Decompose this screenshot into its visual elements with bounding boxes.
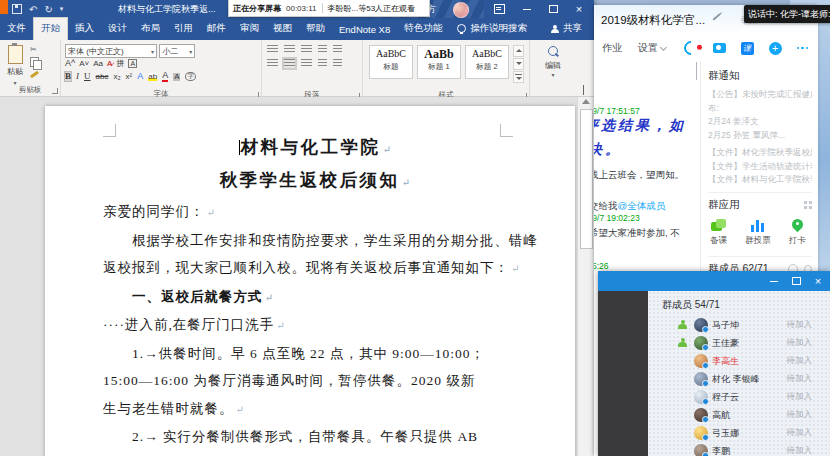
bullets-icon[interactable] xyxy=(267,45,278,54)
settings-button[interactable]: 设置 xyxy=(638,41,666,55)
close-button[interactable]: × xyxy=(808,271,828,291)
voice-call-icon[interactable] xyxy=(681,38,701,58)
notice-item[interactable]: 布: xyxy=(708,102,812,116)
shading-button[interactable]: A xyxy=(173,73,180,81)
member-row[interactable]: 材化 李银峰 待加入 xyxy=(648,370,830,388)
font-color-button[interactable]: A xyxy=(162,71,168,82)
undo-icon[interactable]: ↶ xyxy=(29,4,37,15)
video-call-icon[interactable] xyxy=(713,43,726,53)
app-group-vote[interactable]: 群投票 xyxy=(745,219,771,247)
edit-icon[interactable] xyxy=(712,13,720,20)
tab-design[interactable]: 设计 xyxy=(101,18,134,40)
notice-item[interactable]: 2月25 孙笠 覃凤萍... xyxy=(708,129,812,143)
restore-button[interactable] xyxy=(544,0,562,18)
strikethrough-button[interactable]: abc xyxy=(96,73,109,81)
course-icon[interactable]: 课 xyxy=(741,42,754,55)
style-card-title[interactable]: AaBbC 标题 xyxy=(369,45,413,79)
app-lesson-prep[interactable]: 备课 xyxy=(710,219,727,247)
collapse-ribbon-button[interactable] xyxy=(583,86,590,93)
screen-sharing-bar[interactable]: 正在分享屏幕 00:03:11 李盼盼...等53人正在观看 xyxy=(228,0,430,17)
styles-gallery-more-button[interactable] xyxy=(513,71,524,83)
borders-icon[interactable] xyxy=(333,59,342,68)
dialog-launcher-icon[interactable] xyxy=(52,88,58,94)
tab-insert[interactable]: 插入 xyxy=(68,18,101,40)
grow-font-button[interactable]: A^ xyxy=(65,59,75,68)
member-row[interactable]: 马子坤 待加入 xyxy=(648,316,830,334)
style-card-heading2[interactable]: AaBbC 标题 2 xyxy=(465,45,509,79)
member-row[interactable]: 弓玉娜 待加入 xyxy=(648,424,830,442)
member-row[interactable]: 王佳豪 待加入 xyxy=(648,334,830,352)
line-spacing-icon[interactable] xyxy=(318,59,327,68)
cut-icon[interactable]: ✂ xyxy=(30,46,39,54)
change-case-button[interactable]: Aa xyxy=(93,60,103,68)
minimize-button[interactable] xyxy=(764,271,784,291)
editing-label[interactable]: 编辑 xyxy=(545,60,561,71)
document-page[interactable]: 材料与化工学院 秋季学生返校后须知 亲爱的同学们： 根据学校工作安排和疫情防控要… xyxy=(45,106,575,456)
align-left-icon[interactable] xyxy=(267,59,278,68)
multilevel-list-icon[interactable] xyxy=(301,45,312,54)
scroll-up-arrow-icon[interactable] xyxy=(582,99,590,104)
copy-icon[interactable] xyxy=(30,57,39,67)
minimize-button[interactable] xyxy=(518,0,536,18)
tab-view[interactable]: 视图 xyxy=(266,18,299,40)
redo-icon[interactable]: ↻ xyxy=(44,4,52,15)
close-button[interactable]: × xyxy=(570,0,588,18)
align-center-icon[interactable] xyxy=(284,59,295,68)
numbering-icon[interactable] xyxy=(284,45,295,54)
underline-button[interactable]: U xyxy=(84,72,91,81)
notice-item[interactable]: 【公告】未按时完成汇报健康公 xyxy=(708,88,812,102)
font-name-combo[interactable]: 宋体 (中文正文)▾ xyxy=(65,44,157,58)
homework-button[interactable]: 作业 xyxy=(602,41,622,55)
format-painter-icon[interactable] xyxy=(30,71,39,79)
style-card-heading1[interactable]: AaBb 标题 1 xyxy=(417,45,461,79)
tab-home[interactable]: 开始 xyxy=(33,17,68,40)
scrollbar-thumb[interactable] xyxy=(580,109,593,249)
share-button[interactable]: 共享 xyxy=(539,18,594,40)
subscript-button[interactable]: x₂ xyxy=(113,73,120,81)
align-right-icon[interactable] xyxy=(301,59,312,68)
tab-endnote[interactable]: EndNote X8 xyxy=(332,20,397,40)
member-row[interactable]: 李鹏 待加入 xyxy=(648,442,830,456)
member-row[interactable]: 程子云 待加入 xyxy=(648,388,830,406)
tab-mailings[interactable]: 邮件 xyxy=(200,18,233,40)
tab-review[interactable]: 审阅 xyxy=(233,18,266,40)
character-border-button[interactable]: A xyxy=(128,59,137,68)
increase-indent-icon[interactable] xyxy=(333,45,342,54)
member-row[interactable]: 高航 待加入 xyxy=(648,406,830,424)
text-effects-button[interactable]: A xyxy=(137,72,143,81)
styles-scroll-down-button[interactable] xyxy=(513,58,524,70)
shrink-font-button[interactable]: A˅ xyxy=(79,60,89,68)
decrease-indent-icon[interactable] xyxy=(318,45,327,54)
qat-customize-icon[interactable]: ▾ xyxy=(60,5,64,13)
bold-button[interactable]: B xyxy=(65,72,71,81)
styles-scroll-up-button[interactable] xyxy=(513,45,524,57)
tab-layout[interactable]: 布局 xyxy=(134,18,167,40)
tab-references[interactable]: 引用 xyxy=(167,18,200,40)
document-content[interactable]: 材料与化工学院 秋季学生返校后须知 亲爱的同学们： 根据学校工作安排和疫情防控要… xyxy=(103,132,529,456)
enclose-characters-button[interactable]: 字 xyxy=(185,72,196,81)
app-check-in[interactable]: 打卡 xyxy=(789,219,806,247)
add-icon[interactable]: + xyxy=(769,42,782,55)
file-item[interactable]: 【文件】学生活动轨迹统计表.d... xyxy=(708,160,812,174)
save-icon[interactable] xyxy=(12,4,22,14)
clear-format-icon[interactable]: A̷ xyxy=(107,60,112,68)
tell-me-search[interactable]: 操作说明搜索 xyxy=(449,18,535,40)
tab-special-features[interactable]: 特色功能 xyxy=(397,18,449,40)
font-size-combo[interactable]: 小二▾ xyxy=(159,44,195,58)
more-icon[interactable] xyxy=(797,47,809,50)
notice-item[interactable]: 2月24 姜泽文 xyxy=(708,115,812,129)
search-icon[interactable] xyxy=(548,46,558,56)
collapse-panel-button[interactable] xyxy=(696,63,697,81)
file-item[interactable]: 【文件】材化学院秋季返校后健... xyxy=(708,146,812,160)
mention-link[interactable]: @全体成员 xyxy=(618,200,666,211)
file-item[interactable]: 【文件】材料与化工学院秋季返... xyxy=(708,173,812,187)
phonetic-guide-button[interactable]: 拼 xyxy=(116,60,124,68)
grid-icon[interactable] xyxy=(804,201,812,209)
maximize-button[interactable] xyxy=(786,271,806,291)
member-row[interactable]: 李高生 待加入 xyxy=(648,352,830,370)
italic-button[interactable]: I xyxy=(76,72,79,81)
tab-help[interactable]: 帮助 xyxy=(299,18,332,40)
tab-file[interactable]: 文件 xyxy=(0,18,33,40)
highlight-button[interactable]: ab xyxy=(148,73,157,81)
ribbon-display-options-button[interactable] xyxy=(490,0,508,18)
